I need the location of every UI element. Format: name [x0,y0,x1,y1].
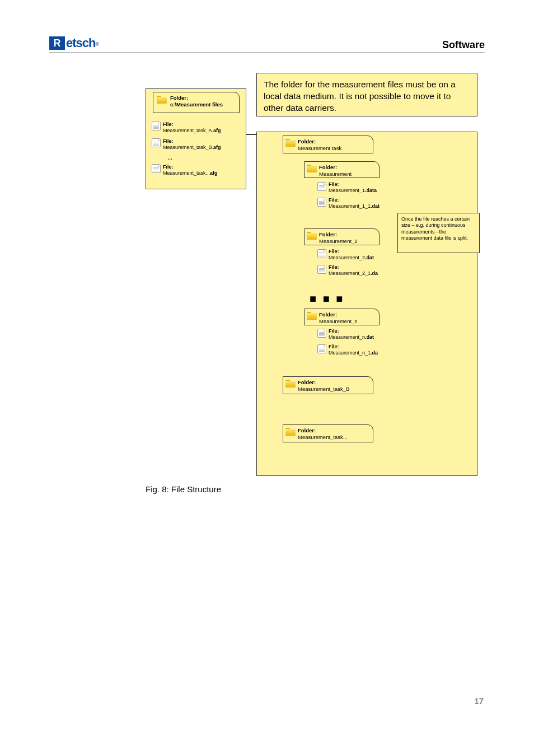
file-entry: File: Measurement_task_B.afg [152,138,221,151]
file-ext: .da [371,270,378,276]
header-rule [49,53,485,53]
root-folder-name: c:\Measurement files [170,101,223,108]
folder-label: Folder: [298,427,316,433]
logo-icon: R [49,36,65,50]
file-name: Measurement_2 [329,255,365,260]
file-ext: .data [365,188,377,193]
file-row: File: Measurement_1_1.dat [317,197,380,209]
measurement-folder-box: Folder: Measurement_2 [304,228,380,245]
file-entry: File: Measurement_task...afg [152,164,218,176]
file-label: File: [329,344,339,349]
folder-name: Measurement_n [319,318,358,324]
file-row: File: Measurement_2_1.da [317,264,378,277]
file-name: Measurement_task... [163,170,210,176]
folder-name: Measurement [319,171,352,177]
file-label: File: [329,197,339,203]
folder-label: Folder: [319,164,337,170]
folder-label: Folder: [319,311,337,318]
file-icon [317,265,326,274]
file-ext: .dat [365,334,374,340]
file-label: File: [163,138,174,144]
folder-name: Measurement_task... [298,434,348,440]
file-icon [317,249,326,258]
file-entry: File: Measurement_task_A.afg [152,122,221,134]
file-label: File: [329,181,339,187]
file-icon [152,122,161,130]
folder-icon [307,312,317,320]
root-folder-label: Folder: [170,95,188,101]
folder-icon [307,165,317,172]
file-label: File: [163,164,174,170]
task-b-folder-box: Folder: Measurement_task_B [283,376,373,394]
file-ext: .dat [365,255,374,260]
file-icon [317,182,326,191]
file-ext: .da [371,350,378,356]
registered-mark: ® [95,41,99,47]
file-ext: afg [213,144,221,150]
file-row: File: Measurement_n_1.da [317,344,378,356]
root-folder-panel: Folder: c:\Measurement files File: Measu… [146,88,246,189]
folder-label: Folder: [298,379,316,385]
task-folder-panel: Folder: Measurement task Folder: Measure… [256,132,477,476]
file-row: File: Measurement_1.data [317,181,377,194]
section-title: Software [442,39,485,51]
file-structure-diagram: The folder for the measurement files mus… [146,73,479,476]
file-icon [317,198,326,207]
file-ext: .dat [371,203,380,209]
file-label: File: [329,249,339,254]
page-number: 17 [474,696,484,706]
file-ext: afg [213,128,221,133]
task-folder-box: Folder: Measurement task [283,136,373,153]
brand-logo: R etsch ® [49,35,139,52]
file-name: Measurement_1_1 [329,203,371,209]
root-folder-box: Folder: c:\Measurement files [153,92,240,113]
folder-icon [285,139,296,147]
top-note: The folder for the measurement files mus… [256,73,477,116]
folder-icon [285,380,296,388]
folder-label: Folder: [319,231,337,237]
file-icon [317,329,326,338]
file-icon [152,138,161,147]
figure-caption: Fig. 8: File Structure [146,484,221,494]
file-name: Measurement_2_1 [329,270,371,276]
folder-icon [285,428,296,436]
task-dots-folder-box: Folder: Measurement_task... [283,424,373,442]
folder-name: Measurement_2 [319,238,358,244]
folder-icon [307,232,317,240]
folder-icon [157,96,167,104]
file-name: Measurement_1 [329,188,365,193]
folder-label: Folder: [298,138,316,144]
file-name: Measurement_n [329,334,365,340]
file-label: File: [329,264,339,270]
file-icon [152,164,161,173]
file-name: Measurement_task_B. [163,144,213,150]
file-label: File: [329,328,339,334]
measurement-folder-box: Folder: Measurement [304,161,380,178]
file-ext: afg [210,170,218,176]
file-name: Measurement_n_1 [329,350,371,356]
measurement-folder-box: Folder: Measurement_n [304,309,380,325]
ellipsis-dots: ■ ■ ■ [310,292,344,305]
side-note: Once the file reaches a certain size – e… [397,213,480,253]
ellipsis: … [167,155,172,161]
folder-name: Measurement task [298,145,341,151]
file-row: File: Measurement_n.dat [317,328,374,340]
file-name: Measurement_task_A. [163,128,213,133]
logo-text: etsch [66,36,95,50]
file-label: File: [163,122,174,127]
folder-name: Measurement_task_B [298,386,349,392]
file-icon [317,344,326,353]
file-row: File: Measurement_2.dat [317,249,374,261]
